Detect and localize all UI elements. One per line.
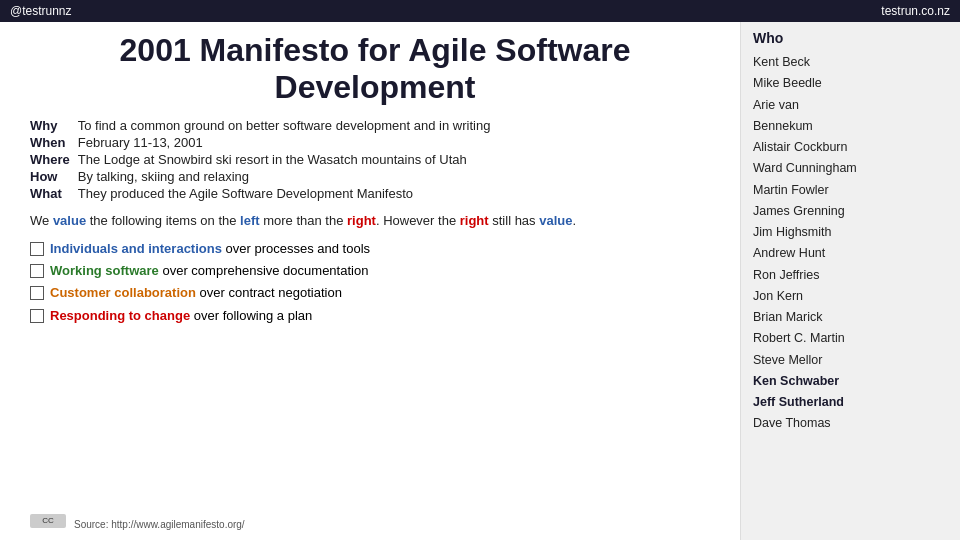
value-word: value xyxy=(53,213,86,228)
who-list-item: Alistair Cockburn xyxy=(753,137,948,158)
fact-label: What xyxy=(30,186,70,201)
who-list-item: Ward Cunningham xyxy=(753,158,948,179)
who-list-item: Martin Fowler xyxy=(753,180,948,201)
top-bar: @testrunnz testrun.co.nz xyxy=(0,0,960,22)
who-list-item: Kent Beck xyxy=(753,52,948,73)
source-text: Source: http://www.agilemanifesto.org/ xyxy=(74,519,245,530)
fact-label: How xyxy=(30,169,70,184)
right-panel: Who Kent BeckMike BeedleArie vanBennekum… xyxy=(740,22,960,540)
value-word2: value xyxy=(539,213,572,228)
who-list-item: Mike Beedle xyxy=(753,73,948,94)
who-list-item: Arie van xyxy=(753,95,948,116)
value-statement: We value the following items on the left… xyxy=(30,211,720,231)
cc-badge: CC xyxy=(30,514,66,528)
manifesto-highlight: Working software xyxy=(50,263,159,278)
fact-value: February 11-13, 2001 xyxy=(78,135,720,150)
top-bar-left: @testrunnz xyxy=(10,4,72,18)
checkbox-icon xyxy=(30,309,44,323)
top-bar-right: testrun.co.nz xyxy=(881,4,950,18)
right-word2: right xyxy=(460,213,489,228)
fact-label: When xyxy=(30,135,70,150)
manifesto-item-text: Working software over comprehensive docu… xyxy=(50,262,368,280)
left-word: left xyxy=(240,213,260,228)
who-list-item: Bennekum xyxy=(753,116,948,137)
who-list-item: Jim Highsmith xyxy=(753,222,948,243)
right-word: right xyxy=(347,213,376,228)
checkbox-icon xyxy=(30,286,44,300)
manifesto-items: Individuals and interactions over proces… xyxy=(30,240,720,325)
manifesto-item-text: Individuals and interactions over proces… xyxy=(50,240,370,258)
fact-value: By talking, skiing and relaxing xyxy=(78,169,720,184)
who-list-item: Robert C. Martin xyxy=(753,328,948,349)
who-list-item: Jon Kern xyxy=(753,286,948,307)
who-list-item: Ron Jeffries xyxy=(753,265,948,286)
who-list-item: Brian Marick xyxy=(753,307,948,328)
manifesto-item: Individuals and interactions over proces… xyxy=(30,240,720,258)
manifesto-item-text: Responding to change over following a pl… xyxy=(50,307,312,325)
source-section: CC Source: http://www.agilemanifesto.org… xyxy=(30,505,720,530)
who-list-item: Jeff Sutherland xyxy=(753,392,948,413)
checkbox-icon xyxy=(30,264,44,278)
who-list-item: Dave Thomas xyxy=(753,413,948,434)
who-title: Who xyxy=(753,30,948,46)
manifesto-item: Responding to change over following a pl… xyxy=(30,307,720,325)
manifesto-item: Customer collaboration over contract neg… xyxy=(30,284,720,302)
manifesto-item-text: Customer collaboration over contract neg… xyxy=(50,284,342,302)
facts-table: WhyTo find a common ground on better sof… xyxy=(30,118,720,201)
who-list-item: Steve Mellor xyxy=(753,350,948,371)
fact-label: Why xyxy=(30,118,70,133)
page-title: 2001 Manifesto for Agile Software Develo… xyxy=(30,32,720,106)
checkbox-icon xyxy=(30,242,44,256)
manifesto-highlight: Responding to change xyxy=(50,308,190,323)
fact-value: The Lodge at Snowbird ski resort in the … xyxy=(78,152,720,167)
who-list-item: Andrew Hunt xyxy=(753,243,948,264)
fact-value: They produced the Agile Software Develop… xyxy=(78,186,720,201)
main-content: 2001 Manifesto for Agile Software Develo… xyxy=(0,22,960,540)
left-panel: 2001 Manifesto for Agile Software Develo… xyxy=(0,22,740,540)
fact-label: Where xyxy=(30,152,70,167)
who-list: Kent BeckMike BeedleArie vanBennekumAlis… xyxy=(753,52,948,435)
who-list-item: Ken Schwaber xyxy=(753,371,948,392)
manifesto-highlight: Individuals and interactions xyxy=(50,241,222,256)
manifesto-item: Working software over comprehensive docu… xyxy=(30,262,720,280)
manifesto-highlight: Customer collaboration xyxy=(50,285,196,300)
who-list-item: James Grenning xyxy=(753,201,948,222)
fact-value: To find a common ground on better softwa… xyxy=(78,118,720,133)
